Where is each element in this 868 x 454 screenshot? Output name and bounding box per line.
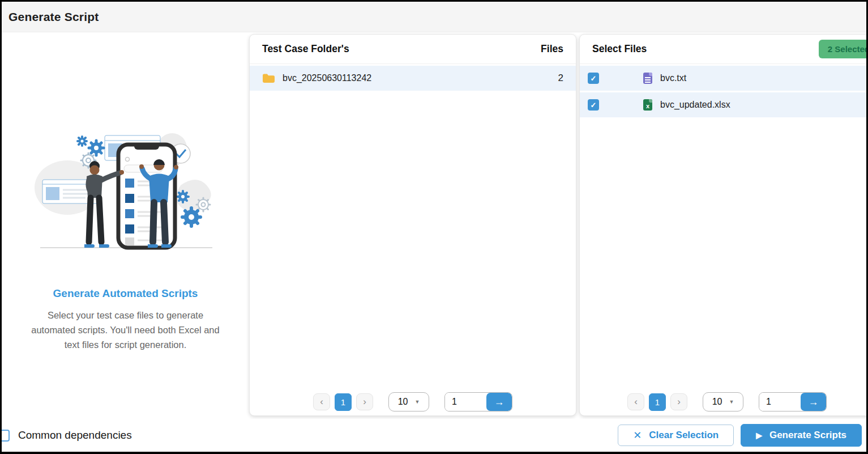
common-dependencies-label: Common dependencies	[18, 429, 132, 442]
folder-icon	[262, 73, 275, 83]
generate-scripts-button[interactable]: ▶ Generate Scripts	[741, 424, 862, 447]
check-icon: ✓	[591, 101, 597, 109]
arrow-right-icon: →	[494, 396, 504, 408]
file-name: bvc_updated.xlsx	[660, 100, 730, 110]
page-size-value: 10	[712, 397, 722, 407]
page-title: Generate Script	[8, 10, 99, 24]
page-size-dropdown[interactable]: 10 ▼	[388, 392, 429, 411]
files-list: ✓ bvc.txt ✓ x bvc_updated.xlsx	[580, 64, 868, 117]
folders-panel-title: Test Case Folder's	[262, 43, 349, 55]
goto-page-group: →	[444, 392, 512, 411]
files-pagination: ‹ 1 › 10 ▼ →	[580, 392, 868, 411]
folders-pagination: ‹ 1 › 10 ▼ →	[250, 392, 576, 411]
files-column-header: Files	[541, 43, 563, 55]
folder-name: bvc_20250630113242	[283, 73, 371, 83]
clear-x-icon: ✕	[633, 429, 642, 442]
chevron-left-icon: ‹	[320, 396, 323, 408]
common-dependencies-checkbox[interactable]	[0, 430, 10, 442]
files-panel-title: Select Files	[592, 43, 647, 55]
current-page-button[interactable]: 1	[335, 393, 352, 411]
test-case-folders-panel: Test Case Folder's Files bvc_20250630113…	[249, 34, 576, 416]
gear-outline-icon	[196, 198, 210, 211]
generate-script-window: Generate Script	[0, 0, 868, 454]
gear-icon	[89, 141, 104, 155]
file-checkbox[interactable]: ✓	[588, 73, 599, 84]
generate-scripts-label: Generate Scripts	[769, 430, 846, 441]
txt-file-icon	[643, 73, 652, 84]
select-files-panel: Select Files 2 Selected ✓ bvc.txt ✓ x bv…	[579, 34, 868, 416]
dropdown-arrow-icon: ▼	[414, 399, 420, 405]
gear-icon	[78, 137, 87, 146]
info-column: Generate Automated Scripts Select your t…	[2, 32, 249, 352]
gear-icon	[182, 208, 200, 226]
check-icon: ✓	[591, 74, 597, 83]
xlsx-file-icon: x	[643, 99, 652, 111]
page-size-dropdown[interactable]: 10 ▼	[703, 392, 743, 411]
folders-panel-header: Test Case Folder's Files	[250, 35, 576, 64]
goto-page-button[interactable]: →	[486, 393, 512, 411]
titlebar: Generate Script	[2, 2, 866, 32]
chevron-right-icon: ›	[363, 396, 366, 408]
selected-count-badge: 2 Selected	[819, 40, 868, 58]
folder-row[interactable]: bvc_20250630113242 2	[250, 66, 576, 91]
chevron-right-icon: ›	[677, 396, 681, 408]
file-checkbox[interactable]: ✓	[588, 99, 599, 111]
next-page-button[interactable]: ›	[670, 393, 687, 410]
clear-selection-button[interactable]: ✕ Clear Selection	[618, 425, 734, 446]
people-phone-illustration	[32, 124, 219, 253]
info-description: Select your test case files to generate …	[27, 308, 225, 352]
goto-page-input[interactable]	[759, 393, 801, 411]
footer-bar: Common dependencies ✕ Clear Selection ▶ …	[2, 419, 866, 452]
dropdown-arrow-icon: ▼	[729, 399, 734, 405]
folder-file-count: 2	[558, 73, 563, 84]
gear-icon	[177, 191, 189, 202]
prev-page-button[interactable]: ‹	[313, 393, 330, 410]
goto-page-button[interactable]: →	[801, 393, 826, 411]
file-row[interactable]: ✓ bvc.txt	[580, 66, 868, 91]
info-heading: Generate Automated Scripts	[2, 287, 249, 300]
play-icon: ▶	[756, 431, 762, 440]
clear-selection-label: Clear Selection	[649, 430, 719, 441]
arrow-right-icon: →	[809, 396, 819, 408]
files-panel-header: Select Files 2 Selected	[580, 35, 868, 64]
prev-page-button[interactable]: ‹	[627, 393, 644, 410]
folders-list: bvc_20250630113242 2	[250, 64, 576, 91]
goto-page-input[interactable]	[445, 393, 486, 411]
current-page-button[interactable]: 1	[649, 393, 666, 411]
next-page-button[interactable]: ›	[356, 393, 373, 410]
chevron-left-icon: ‹	[634, 396, 638, 408]
file-name: bvc.txt	[660, 73, 686, 83]
file-row[interactable]: ✓ x bvc_updated.xlsx	[580, 92, 868, 117]
page-size-value: 10	[398, 397, 408, 407]
goto-page-group: →	[759, 392, 827, 411]
